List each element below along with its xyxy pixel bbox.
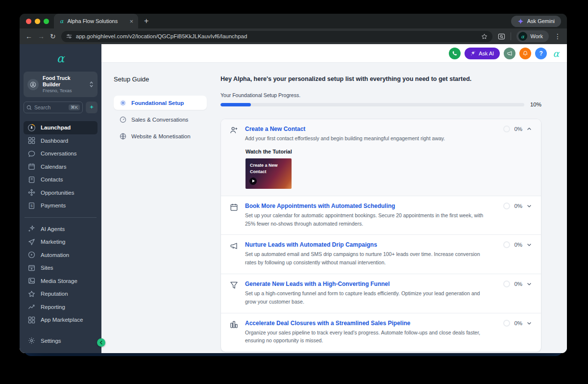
sidebar-item-opportunities[interactable]: Opportunities (24, 186, 98, 200)
task-title-link[interactable]: Book More Appointments with Automated Sc… (245, 203, 490, 209)
tutorial-label: Watch the Tutorial (245, 149, 532, 154)
chevron-down-icon[interactable] (526, 281, 532, 287)
sidebar-item-marketing[interactable]: Marketing (24, 235, 98, 249)
sidebar-search-row: Search ⌘K (24, 102, 98, 113)
browser-tab[interactable]: α Alpha Flow Solutions × (54, 14, 138, 28)
ask-ai-button[interactable]: Ask AI (465, 48, 500, 59)
phone-button[interactable] (449, 48, 461, 59)
minimize-window-button[interactable] (35, 19, 40, 24)
play-icon[interactable] (249, 178, 257, 185)
greeting-text: Hey Alpha, here's your personalized setu… (220, 76, 541, 82)
quick-actions-button[interactable] (86, 102, 98, 113)
sidebar-item-ai-agents[interactable]: AI Agents (24, 223, 98, 236)
business-avatar (27, 79, 39, 90)
chevron-down-icon[interactable] (526, 320, 532, 326)
task-title-link[interactable]: Create a New Contact (245, 126, 490, 132)
sidebar-item-label: Settings (41, 338, 61, 344)
invoice-dollar-icon: $ (27, 202, 36, 209)
ask-gemini-button[interactable]: Ask Gemini (511, 16, 561, 27)
browser-profile-button[interactable]: α Work (516, 30, 549, 42)
sidebar-item-calendars[interactable]: Calendars (24, 160, 98, 174)
bookmark-star-icon[interactable] (481, 33, 488, 40)
progress-label: Your Foundational Setup Progress. (220, 92, 541, 98)
sidebar-item-automation[interactable]: Automation (24, 249, 98, 262)
sidebar-item-label: AI Agents (41, 226, 65, 232)
forward-button[interactable]: → (38, 33, 45, 40)
sidebar-item-reporting[interactable]: Reporting (24, 301, 98, 314)
grid-icon (27, 316, 36, 324)
new-tab-button[interactable]: + (144, 17, 148, 26)
setup-guide-title: Setup Guide (114, 76, 207, 83)
sidebar-nav-primary: Launchpad Dashboard (24, 121, 98, 212)
gauge-icon (120, 116, 126, 123)
sidebar-item-launchpad[interactable]: Launchpad (24, 121, 98, 134)
tab-search-icon[interactable] (498, 33, 505, 40)
sparkle-icon (89, 104, 95, 110)
task-title-link[interactable]: Accelerate Deal Closures with a Streamli… (245, 320, 490, 327)
sidebar-item-app-marketplace[interactable]: App Marketplace (24, 313, 98, 327)
megaphone-icon (230, 242, 238, 250)
browser-window-icon (27, 264, 36, 272)
search-shortcut-badge: ⌘K (69, 104, 80, 110)
chevron-up-icon[interactable] (526, 126, 532, 132)
task-percent: 0% (514, 281, 522, 287)
progress-percent: 10% (530, 102, 541, 107)
sidebar-item-conversations[interactable]: Conversations (24, 147, 98, 160)
task-progress-ring (503, 126, 510, 132)
back-button[interactable]: ← (25, 33, 32, 40)
gear-icon (27, 337, 36, 344)
megaphone-icon (507, 51, 513, 56)
address-bar[interactable]: app.gohighlevel.com/v2/location/QGCpFiB5… (61, 31, 492, 42)
gemini-icon (517, 18, 524, 25)
reload-button[interactable]: ↻ (50, 33, 56, 40)
business-switcher[interactable]: Food Truck Builder Fresno, Texas (24, 72, 98, 97)
ask-gemini-label: Ask Gemini (527, 18, 555, 24)
browser-window: α Alpha Flow Solutions × + Ask Gemini ← … (20, 14, 567, 353)
sidebar-item-sites[interactable]: Sites (24, 261, 98, 275)
sidebar-item-media-storage[interactable]: Media Storage (24, 275, 98, 288)
tab-label: Foundational Setup (131, 100, 184, 106)
tab-sales-conversations[interactable]: Sales & Conversations (114, 112, 207, 127)
announcements-button[interactable] (504, 48, 515, 59)
sidebar-item-dashboard[interactable]: Dashboard (24, 134, 98, 148)
close-window-button[interactable] (26, 19, 31, 24)
sidebar-item-settings[interactable]: Settings (24, 334, 98, 348)
launchpad-content: Setup Guide Foundational Setup (101, 63, 567, 353)
tutorial-video-thumbnail[interactable]: Create a New Contact (245, 158, 292, 189)
app-root: α Food Truck Builder Fresno, Texas (20, 44, 567, 353)
chevron-down-icon[interactable] (526, 203, 532, 209)
notifications-button[interactable] (519, 48, 531, 59)
task-sales-pipeline: Accelerate Deal Closures with a Streamli… (221, 313, 541, 352)
sidebar-item-label: Dashboard (41, 138, 68, 144)
search-input[interactable]: Search ⌘K (24, 102, 83, 113)
business-location: Fresno, Texas (43, 88, 85, 94)
sidebar-item-payments[interactable]: $ Payments (24, 199, 98, 212)
sidebar-collapse-button[interactable] (97, 338, 105, 347)
kanban-icon (230, 320, 238, 329)
task-title-link[interactable]: Nurture Leads with Automated Drip Campai… (245, 241, 490, 248)
trend-up-icon (27, 303, 36, 310)
tab-website-monetisation[interactable]: Website & Monetisation (114, 129, 207, 143)
task-nurture-leads: Nurture Leads with Automated Drip Campai… (221, 234, 541, 274)
chevron-down-icon[interactable] (526, 242, 532, 248)
globe-icon (120, 133, 126, 140)
maximize-window-button[interactable] (44, 19, 49, 24)
sparkles-icon (27, 225, 36, 232)
task-description: Add your first contact effortlessly and … (245, 134, 490, 143)
setup-guide-panel: Setup Guide Foundational Setup (114, 76, 207, 143)
sidebar-item-contacts[interactable]: Contacts (24, 173, 98, 186)
chevron-left-icon (99, 340, 103, 345)
task-progress-ring (503, 320, 510, 327)
tab-close-icon[interactable]: × (129, 18, 133, 25)
site-settings-icon[interactable] (66, 33, 72, 39)
tab-foundational-setup[interactable]: Foundational Setup (114, 96, 207, 110)
sidebar-item-label: Automation (41, 252, 69, 258)
app-main: Ask AI ? α (101, 44, 567, 353)
sidebar-nav-secondary: AI Agents Marketing (24, 223, 98, 327)
sidebar-item-label: Opportunities (41, 190, 74, 196)
sidebar-item-reputation[interactable]: Reputation (24, 287, 98, 301)
browser-menu-icon[interactable]: ⋮ (554, 33, 561, 40)
task-title-link[interactable]: Generate New Leads with a High-Convertin… (245, 281, 490, 287)
task-percent: 0% (514, 320, 522, 326)
help-button[interactable]: ? (535, 48, 547, 59)
